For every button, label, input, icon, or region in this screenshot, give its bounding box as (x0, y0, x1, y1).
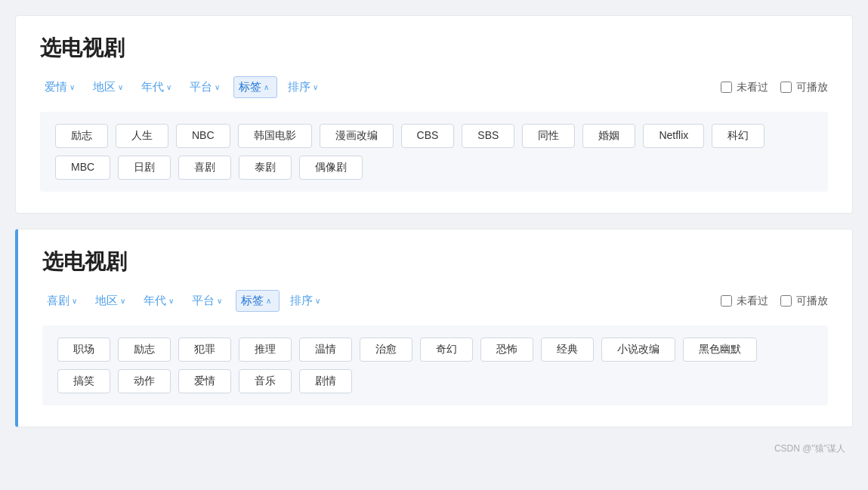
tag-item[interactable]: 动作 (118, 369, 171, 393)
panel-2-playable-input[interactable] (780, 295, 792, 307)
tag-item[interactable]: 婚姻 (582, 124, 635, 148)
tag-item[interactable]: 偶像剧 (299, 156, 363, 180)
tag-item[interactable]: 奇幻 (420, 337, 473, 362)
tag-item[interactable]: CBS (401, 124, 455, 148)
filter-label: 地区 (93, 80, 116, 94)
watermark: CSDN @"猿"谋人 (15, 442, 853, 455)
tag-item[interactable]: 职场 (57, 337, 110, 362)
filter-item-标签[interactable]: 标签∧ (236, 290, 280, 312)
tag-item[interactable]: 喜剧 (178, 156, 231, 180)
filter-label: 地区 (95, 294, 118, 308)
filter-label: 平台 (190, 80, 212, 94)
filter-label: 年代 (141, 80, 164, 94)
panel-2-filter-bar: 喜剧∨地区∨年代∨平台∨标签∧排序∨ 未看过 可播放 (42, 290, 828, 312)
tag-item[interactable]: 治愈 (360, 337, 412, 362)
tag-item[interactable]: 韩国电影 (238, 124, 312, 148)
chevron-icon: ∨ (118, 83, 123, 91)
panel-1-checkbox-unwatched[interactable]: 未看过 (721, 81, 768, 94)
panel-2-checkbox-group: 未看过 可播放 (721, 294, 828, 308)
tag-item[interactable]: 科幻 (712, 124, 765, 148)
chevron-icon: ∨ (315, 297, 320, 305)
panel-2-title: 选电视剧 (42, 248, 828, 276)
tag-item[interactable]: 剧情 (299, 369, 352, 393)
tag-item[interactable]: 同性 (522, 124, 575, 148)
tag-item[interactable]: 恐怖 (480, 337, 533, 362)
tag-item[interactable]: 推理 (239, 337, 292, 362)
filter-label: 排序 (290, 294, 313, 308)
tag-item[interactable]: SBS (462, 124, 514, 148)
chevron-icon: ∨ (72, 297, 77, 305)
tag-item[interactable]: 泰剧 (239, 156, 292, 180)
filter-item-爱情[interactable]: 爱情∨ (40, 77, 82, 97)
tag-item[interactable]: 爱情 (178, 369, 231, 393)
filter-item-地区[interactable]: 地区∨ (91, 291, 133, 311)
tag-item[interactable]: Netflix (643, 124, 704, 148)
tag-item[interactable]: 小说改编 (601, 337, 675, 362)
filter-item-排序[interactable]: 排序∨ (286, 291, 328, 311)
chevron-icon: ∨ (168, 297, 174, 305)
tag-item[interactable]: 搞笑 (57, 369, 110, 393)
panel-1-unwatched-label: 未看过 (737, 81, 768, 94)
chevron-icon: ∨ (217, 297, 222, 305)
filter-label: 爱情 (45, 80, 67, 94)
chevron-icon: ∧ (264, 83, 269, 91)
panel-2-checkbox-playable[interactable]: 可播放 (780, 294, 828, 308)
filter-label: 标签 (241, 294, 264, 308)
panel-2-unwatched-input[interactable] (721, 295, 732, 307)
panel-2-unwatched-label: 未看过 (737, 294, 768, 308)
panel-1-checkbox-group: 未看过 可播放 (721, 81, 828, 94)
tag-item[interactable]: 黑色幽默 (683, 337, 757, 362)
tag-item[interactable]: 人生 (116, 124, 168, 148)
filter-label: 平台 (192, 294, 215, 308)
chevron-icon: ∨ (313, 83, 318, 91)
panel-1-title: 选电视剧 (40, 34, 828, 63)
filter-item-标签[interactable]: 标签∧ (233, 76, 277, 98)
panel-1-tags-area: 励志人生NBC韩国电影漫画改编CBSSBS同性婚姻Netflix科幻MBC日剧喜… (40, 112, 828, 192)
filter-item-地区[interactable]: 地区∨ (88, 77, 131, 97)
filter-item-喜剧[interactable]: 喜剧∨ (42, 291, 85, 311)
panel-2: 选电视剧 喜剧∨地区∨年代∨平台∨标签∧排序∨ 未看过 可播放 职场励志犯罪推理… (15, 229, 853, 427)
chevron-icon: ∨ (120, 297, 125, 305)
tag-item[interactable]: 犯罪 (178, 337, 231, 362)
tag-item[interactable]: 温情 (299, 337, 352, 362)
tag-item[interactable]: 日剧 (118, 156, 171, 180)
panel-2-checkbox-unwatched[interactable]: 未看过 (721, 294, 768, 308)
panel-1-playable-label: 可播放 (796, 81, 828, 94)
panel-1-unwatched-input[interactable] (721, 82, 732, 93)
tag-item[interactable]: 音乐 (239, 369, 292, 393)
panel-1: 选电视剧 爱情∨地区∨年代∨平台∨标签∧排序∨ 未看过 可播放 励志人生NBC韩… (15, 15, 853, 214)
panel-1-checkbox-playable[interactable]: 可播放 (780, 81, 828, 94)
filter-label: 排序 (288, 80, 310, 94)
tag-item[interactable]: 励志 (55, 124, 108, 148)
filter-label: 喜剧 (47, 294, 70, 308)
tag-item[interactable]: MBC (55, 156, 110, 180)
filter-item-年代[interactable]: 年代∨ (139, 291, 181, 311)
filter-label: 年代 (144, 294, 166, 308)
filter-item-平台[interactable]: 平台∨ (187, 291, 230, 311)
panel-1-playable-input[interactable] (780, 82, 792, 93)
panel-1-filter-bar: 爱情∨地区∨年代∨平台∨标签∧排序∨ 未看过 可播放 (40, 76, 828, 98)
filter-item-排序[interactable]: 排序∨ (283, 77, 326, 97)
filter-item-平台[interactable]: 平台∨ (185, 77, 227, 97)
chevron-icon: ∧ (266, 297, 271, 305)
tag-item[interactable]: NBC (176, 124, 230, 148)
tag-item[interactable]: 励志 (118, 337, 171, 362)
filter-label: 标签 (239, 80, 261, 94)
panel-2-playable-label: 可播放 (796, 294, 828, 308)
chevron-icon: ∨ (70, 83, 75, 91)
chevron-icon: ∨ (166, 83, 171, 91)
chevron-icon: ∨ (215, 83, 220, 91)
filter-item-年代[interactable]: 年代∨ (137, 77, 179, 97)
tag-item[interactable]: 经典 (541, 337, 594, 362)
panel-2-tags-area: 职场励志犯罪推理温情治愈奇幻恐怖经典小说改编黑色幽默搞笑动作爱情音乐剧情 (42, 325, 828, 405)
tag-item[interactable]: 漫画改编 (320, 124, 394, 148)
